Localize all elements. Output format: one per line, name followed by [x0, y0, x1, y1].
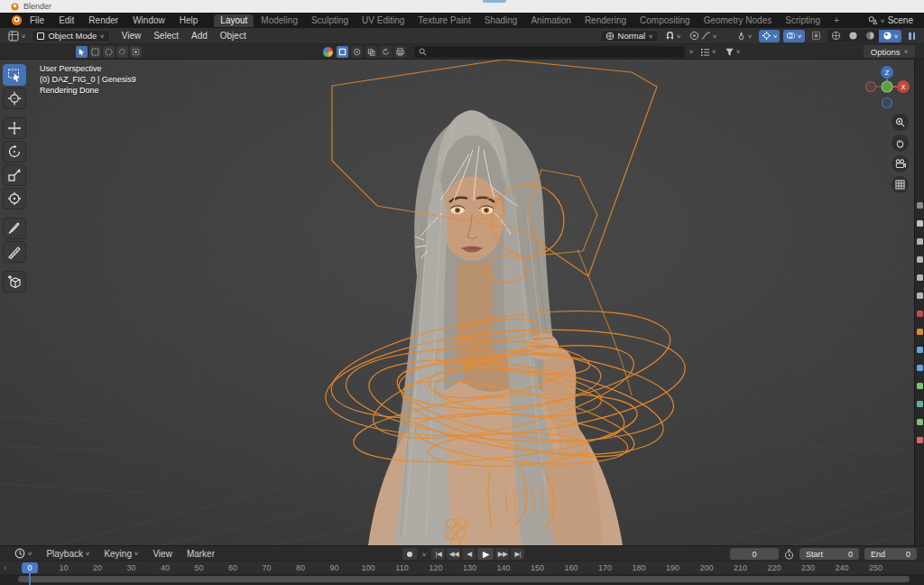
transform-orientation-dropdown[interactable]: Normal	[600, 30, 659, 42]
properties-tab-tool-icon[interactable]	[917, 220, 923, 227]
properties-tab-world-icon[interactable]	[917, 311, 923, 317]
transform-tool[interactable]	[3, 188, 26, 209]
overlays-toggle[interactable]	[783, 30, 804, 42]
menu-keying[interactable]: Keying	[98, 549, 143, 559]
pause-render-button[interactable]	[905, 30, 919, 42]
move-tool[interactable]	[3, 117, 26, 139]
select-box-tool[interactable]	[3, 64, 26, 86]
end-frame-field[interactable]: End0	[864, 548, 917, 560]
shading-material-button[interactable]	[862, 30, 879, 42]
measure-tool[interactable]	[3, 241, 26, 263]
menu-marker[interactable]: Marker	[181, 549, 220, 559]
properties-tab-object-icon[interactable]	[917, 329, 923, 335]
workspace-tab-uv-editing[interactable]: UV Editing	[356, 14, 411, 27]
workspace-tab-compositing[interactable]: Compositing	[633, 14, 697, 27]
xray-toggle[interactable]	[808, 30, 824, 42]
shading-rendered-button[interactable]	[879, 30, 901, 42]
timeline-editor-type-button[interactable]	[9, 548, 37, 559]
filter-mesh-toggle[interactable]	[337, 46, 348, 58]
rotate-tool[interactable]	[3, 141, 26, 162]
toggle-ortho-button[interactable]	[892, 176, 909, 193]
select-mode-circle[interactable]	[103, 46, 115, 58]
mode-sphere-button[interactable]	[322, 46, 334, 58]
workspace-tab-shading[interactable]: Shading	[478, 14, 524, 27]
display-mode-dropdown[interactable]	[698, 45, 718, 58]
play-reverse-button[interactable]: ◀	[462, 548, 476, 560]
mode-dropdown[interactable]: Object Mode	[32, 30, 109, 42]
timeline-expand-arrow[interactable]: ›	[4, 563, 6, 572]
viewport-3d[interactable]: User Perspective (0) DAZ_FIG_0 | Genesis…	[0, 60, 924, 545]
menu-window[interactable]: Window	[125, 15, 172, 25]
menu-select[interactable]: Select	[147, 31, 185, 41]
proportional-editing-button[interactable]	[687, 30, 719, 42]
select-mode-paint[interactable]	[130, 46, 142, 58]
gizmos-toggle[interactable]	[759, 30, 780, 42]
properties-tab-scene-icon[interactable]	[917, 292, 923, 299]
visibility-dropdown[interactable]	[734, 30, 754, 42]
playhead[interactable]: 0	[22, 562, 38, 573]
start-frame-field[interactable]: Start0	[799, 548, 859, 560]
jump-to-start-button[interactable]: |◀	[431, 548, 445, 560]
filter-light-toggle[interactable]	[365, 46, 377, 58]
workspace-tab-geometry-nodes[interactable]: Geometry Nodes	[698, 14, 779, 27]
menu-file[interactable]: File	[23, 15, 51, 25]
current-frame-field[interactable]: 0	[730, 548, 779, 560]
navigation-gizmo[interactable]: Z X	[861, 63, 913, 114]
workspace-tab-texture-paint[interactable]: Texture Paint	[411, 14, 476, 27]
scale-tool[interactable]	[3, 164, 26, 186]
menu-object[interactable]: Object	[214, 31, 253, 41]
properties-tab-modifiers-icon[interactable]	[917, 347, 923, 353]
options-button[interactable]: Options	[864, 45, 915, 58]
previous-keyframe-button[interactable]: ◀◀	[447, 548, 460, 560]
properties-tab-output-icon[interactable]	[917, 256, 923, 263]
select-mode-lasso[interactable]	[116, 46, 128, 58]
menu-add[interactable]: Add	[185, 31, 214, 41]
filter-armature-toggle[interactable]	[380, 46, 392, 58]
annotate-tool[interactable]	[3, 218, 26, 239]
workspace-tab-animation[interactable]: Animation	[524, 14, 577, 27]
properties-tab-constraints-icon[interactable]	[917, 401, 923, 407]
properties-tab-object-data-icon[interactable]	[917, 419, 923, 425]
cursor-tool[interactable]	[3, 88, 26, 109]
zoom-button[interactable]	[892, 114, 909, 131]
workspace-tab-modeling[interactable]: Modeling	[254, 14, 304, 27]
timeline-scrollbar-thumb[interactable]	[18, 576, 910, 582]
pan-button[interactable]	[892, 135, 909, 152]
properties-tab-material-icon[interactable]	[917, 437, 923, 443]
workspace-tab--[interactable]: +	[827, 14, 845, 27]
menu-view-timeline[interactable]: View	[147, 549, 178, 559]
shading-solid-button[interactable]	[845, 30, 862, 42]
workspace-tab-sculpting[interactable]: Sculpting	[305, 14, 355, 27]
scene-selector[interactable]: Scene	[868, 15, 917, 25]
next-keyframe-button[interactable]: ▶▶	[495, 548, 509, 560]
snapping-dropdown[interactable]	[662, 30, 683, 42]
chevron-down-icon[interactable]	[688, 49, 694, 54]
filter-curve-toggle[interactable]	[351, 46, 363, 58]
menu-edit[interactable]: Edit	[51, 15, 81, 25]
timeline-ruler[interactable]: › 0 010203040506070809010011012013014015…	[0, 561, 924, 574]
auto-keyframe-button[interactable]	[402, 548, 417, 560]
camera-view-button[interactable]	[892, 155, 909, 172]
select-mode-tweak[interactable]	[76, 46, 88, 58]
menu-playback[interactable]: Playback	[41, 549, 95, 559]
select-mode-box[interactable]	[89, 46, 101, 58]
properties-tab-grip-icon[interactable]	[917, 202, 923, 209]
filter-dropdown[interactable]	[722, 45, 743, 58]
menu-render[interactable]: Render	[81, 15, 125, 25]
properties-tab-particles-icon[interactable]	[917, 365, 923, 371]
shading-wireframe-button[interactable]	[827, 30, 845, 42]
workspace-tab-layout[interactable]: Layout	[214, 14, 254, 27]
properties-tab-physics-icon[interactable]	[917, 383, 923, 389]
menu-view[interactable]: View	[116, 31, 148, 41]
blender-menu-icon[interactable]	[11, 14, 23, 26]
play-button[interactable]: ▶	[477, 548, 494, 560]
menu-help[interactable]: Help	[172, 15, 206, 25]
properties-tab-render-icon[interactable]	[917, 238, 923, 245]
stopwatch-icon[interactable]	[784, 549, 794, 560]
jump-to-end-button[interactable]: ▶|	[511, 548, 524, 560]
properties-tab-strip[interactable]	[914, 60, 924, 545]
editor-type-button[interactable]	[5, 30, 28, 42]
workspace-tab-scripting[interactable]: Scripting	[779, 14, 827, 27]
properties-tab-view-layer-icon[interactable]	[917, 274, 923, 281]
search-input[interactable]	[414, 46, 685, 58]
